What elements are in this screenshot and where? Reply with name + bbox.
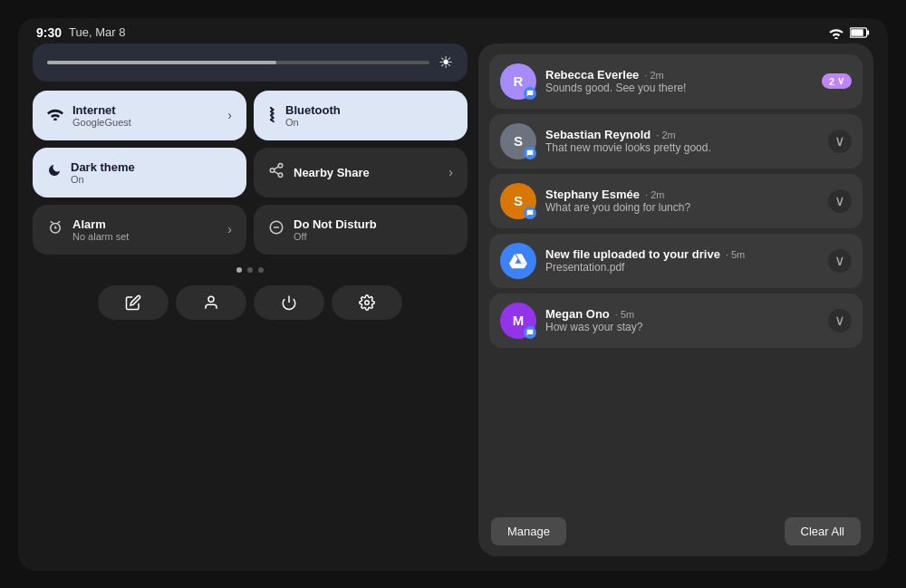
main-content: ☀ Internet GoogleGuest (18, 43, 888, 571)
avatar-sebastian: S (500, 123, 536, 159)
tile-bluetooth[interactable]: ⦚ Bluetooth On (254, 91, 467, 140)
notif-item-drive[interactable]: New file uploaded to your drive · 5m Pre… (489, 234, 863, 288)
manage-button[interactable]: Manage (491, 517, 566, 545)
dot-3 (258, 267, 264, 273)
tile-dnd-label: Do Not Disturb (294, 217, 377, 231)
notif-name-sebastian: Sebastian Reynold (545, 128, 651, 141)
tile-internet-sub: GoogleGuest (72, 117, 131, 128)
notif-time-drive: · 5m (726, 249, 745, 260)
svg-point-4 (53, 118, 57, 120)
tile-bluetooth-text: Bluetooth On (285, 103, 341, 128)
app-icon-message-3 (524, 207, 536, 219)
svg-point-5 (278, 163, 283, 168)
nearby-share-chevron-icon: › (448, 165, 453, 179)
brightness-row: ☀ (33, 43, 467, 82)
svg-line-11 (51, 221, 53, 223)
bluetooth-tile-icon: ⦚ (268, 106, 276, 125)
badge-chevron-icon: ∨ (837, 75, 844, 87)
notif-header-rebecca: Rebecca Everlee · 2m (545, 68, 813, 82)
tile-alarm-sub: No alarm set (72, 231, 129, 242)
tile-internet[interactable]: Internet GoogleGuest › (33, 91, 246, 140)
notif-expand-stephany[interactable]: ∨ (828, 189, 852, 213)
internet-chevron-icon: › (227, 108, 232, 122)
notif-time-megan: · 5m (615, 309, 634, 320)
svg-point-17 (365, 300, 370, 304)
tile-alarm-text: Alarm No alarm set (72, 217, 129, 242)
avatar-drive (500, 243, 536, 279)
tile-do-not-disturb[interactable]: Do Not Disturb Off (254, 205, 467, 255)
moon-tile-icon (47, 163, 62, 182)
app-icon-message-1 (524, 87, 536, 100)
page-dots (33, 264, 467, 276)
tile-dnd-text: Do Not Disturb Off (294, 217, 377, 242)
notif-time-rebecca: · 2m (644, 70, 663, 81)
tile-nearby-share-text: Nearby Share (294, 166, 370, 179)
time-display: 9:30 (36, 25, 62, 40)
notif-body-drive: New file uploaded to your drive · 5m Pre… (545, 247, 819, 274)
notif-body-sebastian: Sebastian Reynold · 2m That new movie lo… (545, 128, 819, 154)
notif-item-stephany[interactable]: S Stephany Esmée · 2m What are you doing… (489, 174, 863, 228)
tile-bluetooth-label: Bluetooth (285, 103, 341, 117)
svg-line-12 (57, 221, 60, 223)
tile-dark-theme-text: Dark theme On (71, 160, 135, 185)
notif-body-rebecca: Rebecca Everlee · 2m Sounds good. See yo… (545, 68, 813, 94)
dot-2 (247, 267, 253, 273)
brightness-icon[interactable]: ☀ (439, 53, 453, 72)
notif-header-stephany: Stephany Esmée · 2m (545, 188, 819, 201)
notif-body-megan: Megan Ono · 5m How was your stay? (545, 307, 819, 333)
edit-button[interactable] (98, 285, 169, 320)
power-button[interactable] (254, 285, 324, 320)
tile-dnd-sub: Off (294, 231, 377, 242)
app-icon-message-2 (524, 147, 536, 159)
battery-icon (850, 27, 870, 38)
tiles-grid: Internet GoogleGuest › ⦚ Bluetooth On (33, 91, 467, 255)
svg-rect-2 (867, 30, 870, 34)
notif-expand-drive[interactable]: ∨ (828, 249, 852, 273)
tablet-frame: 9:30 Tue, Mar 8 (18, 18, 888, 571)
date-display: Tue, Mar 8 (69, 25, 125, 39)
notif-msg-stephany: What are you doing for lunch? (545, 201, 819, 214)
tile-alarm[interactable]: Alarm No alarm set › (33, 205, 246, 255)
tile-nearby-share-label: Nearby Share (294, 166, 370, 179)
notif-time-stephany: · 2m (645, 189, 664, 200)
notif-expand-megan[interactable]: ∨ (828, 309, 852, 333)
settings-button[interactable] (332, 285, 402, 320)
user-button[interactable] (176, 285, 246, 320)
svg-line-8 (274, 171, 278, 174)
brightness-slider-fill (47, 61, 276, 64)
wifi-tile-icon (47, 106, 63, 125)
dot-1 (236, 267, 242, 273)
tile-dark-theme[interactable]: Dark theme On (33, 148, 246, 198)
notif-item-rebecca[interactable]: R Rebecca Everlee · 2m Sounds good. See … (489, 54, 863, 109)
dnd-tile-icon (268, 219, 284, 240)
tile-dark-theme-sub: On (71, 174, 135, 185)
action-buttons (33, 285, 467, 320)
notif-item-sebastian[interactable]: S Sebastian Reynold · 2m That new movie … (489, 114, 863, 169)
brightness-slider-track[interactable] (47, 61, 429, 64)
svg-rect-3 (851, 29, 863, 36)
avatar-stephany: S (500, 183, 536, 219)
clear-all-button[interactable]: Clear All (785, 517, 861, 545)
quick-settings-panel: ☀ Internet GoogleGuest (33, 43, 467, 556)
tile-nearby-share[interactable]: Nearby Share › (254, 148, 467, 198)
notif-item-megan[interactable]: M Megan Ono · 5m How was your stay? ∨ (489, 294, 863, 348)
svg-point-6 (270, 168, 275, 172)
notif-expand-sebastian[interactable]: ∨ (828, 130, 852, 153)
notif-msg-sebastian: That new movie looks pretty good. (545, 141, 819, 154)
notif-spacer (489, 353, 863, 508)
notif-header-sebastian: Sebastian Reynold · 2m (545, 128, 819, 141)
tile-alarm-label: Alarm (72, 217, 129, 231)
notif-header-megan: Megan Ono · 5m (545, 307, 819, 321)
tile-bluetooth-sub: On (285, 117, 341, 128)
tile-dark-theme-label: Dark theme (71, 160, 135, 174)
notif-time-sebastian: · 2m (656, 130, 675, 140)
notif-header-drive: New file uploaded to your drive · 5m (545, 247, 819, 261)
notif-footer: Manage Clear All (489, 517, 863, 545)
avatar-rebecca: R (500, 63, 536, 100)
notif-body-stephany: Stephany Esmée · 2m What are you doing f… (545, 188, 819, 214)
svg-point-15 (208, 296, 214, 302)
notif-name-drive: New file uploaded to your drive (545, 247, 720, 261)
notif-badge-count: 2 (829, 76, 834, 87)
notif-name-rebecca: Rebecca Everlee (545, 68, 639, 82)
alarm-tile-icon (47, 219, 63, 240)
